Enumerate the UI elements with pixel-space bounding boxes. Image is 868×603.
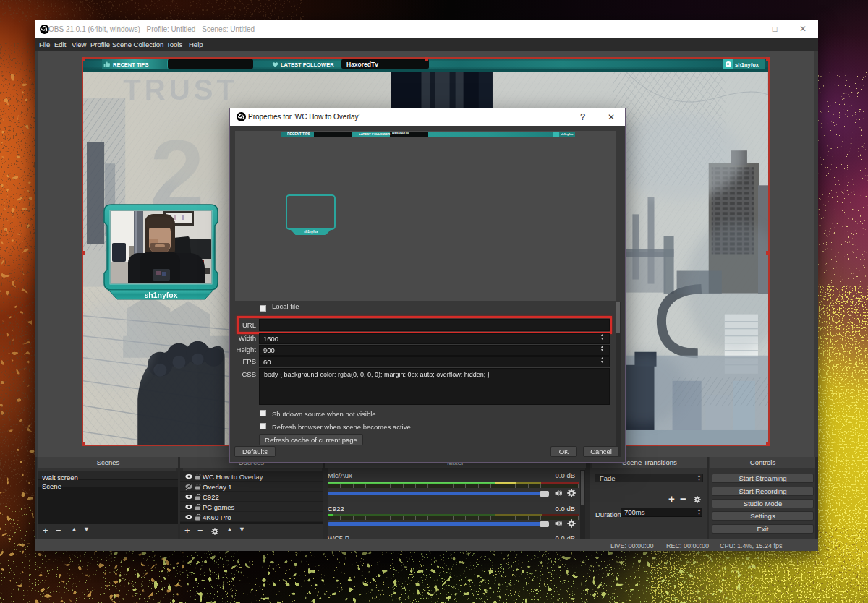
svg-text:TRUST: TRUST <box>123 74 238 106</box>
